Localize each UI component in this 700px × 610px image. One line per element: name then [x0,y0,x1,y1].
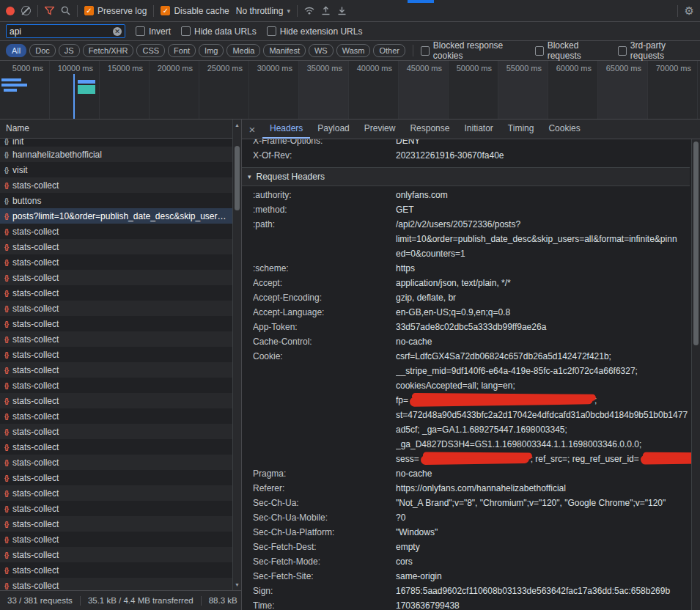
hide-data-urls-checkbox[interactable]: Hide data URLs [181,26,257,37]
export-har-icon[interactable] [337,6,347,15]
request-row[interactable]: {}stats-collect [0,316,232,331]
request-name: stats-collect [12,504,228,514]
request-name: posts?limit=10&order=publish_date_desc&s… [12,211,228,221]
tab-response[interactable]: Response [402,120,457,139]
search-icon[interactable] [61,6,70,15]
tab-timing[interactable]: Timing [501,120,542,139]
checkbox-box[interactable]: ✓ [161,6,170,15]
disable-cache-checkbox[interactable]: ✓Disable cache [161,6,229,16]
tab-cookies[interactable]: Cookies [541,120,587,139]
type-filter-fetch-xhr[interactable]: Fetch/XHR [83,44,134,57]
top-blue-strip [408,0,434,3]
filter-text-field[interactable] [10,26,110,37]
filter-input[interactable]: ✕ [6,24,125,38]
checkbox-blocked-requests[interactable]: Blocked requests [535,40,608,61]
waterfall-bar [1,78,21,81]
preserve-log-checkbox[interactable]: ✓Preserve log [84,6,147,16]
scrollbar-thumb[interactable] [693,142,699,345]
tab-preview[interactable]: Preview [357,120,403,139]
type-filter-media[interactable]: Media [226,44,260,57]
clear-filter-icon[interactable]: ✕ [113,27,122,36]
request-row[interactable]: {}stats-collect [0,501,232,516]
request-row[interactable]: {}stats-collect [0,485,232,501]
details-scrollbar[interactable] [691,139,700,610]
request-row[interactable]: {}stats-collect [0,177,232,193]
request-row[interactable]: {}stats-collect [0,224,232,239]
script-icon: {} [4,567,8,574]
tab-payload[interactable]: Payload [310,120,356,139]
request-row[interactable]: {}stats-collect [0,285,232,301]
import-har-icon[interactable] [321,6,331,15]
checkbox-blocked-response-cookies[interactable]: Blocked response cookies [421,40,525,61]
clear-button[interactable] [21,6,31,15]
filter-icon[interactable] [45,7,54,15]
request-row[interactable]: {}hannahelizabethofficial [0,147,232,162]
request-row[interactable]: {}stats-collect [0,470,232,485]
request-row[interactable]: {}stats-collect [0,424,232,439]
script-icon: {} [4,459,8,466]
checkbox-box[interactable] [267,26,276,36]
scroll-down-arrow-icon[interactable]: ▼ [233,582,241,587]
request-row[interactable]: {}stats-collect [0,301,232,316]
throttling-dropdown[interactable]: No throttling ▾ [236,6,290,16]
request-row[interactable]: {}buttons [0,193,232,208]
request-row[interactable]: {}stats-collect [0,270,232,285]
request-row[interactable]: {}stats-collect [0,532,232,547]
network-conditions-icon[interactable] [304,7,314,15]
type-filter-wasm[interactable]: Wasm [336,44,371,57]
request-row[interactable]: {}stats-collect [0,331,232,347]
headers-content: X-Frame-Options:DENYX-Of-Rev:20231226191… [242,139,700,610]
name-column-header[interactable]: Name [0,120,241,139]
scrollbar-thumb[interactable] [235,146,240,210]
request-headers-section[interactable]: ▾ Request Headers [242,167,690,186]
request-row[interactable]: {}stats-collect [0,378,232,393]
timeline-overview[interactable]: 5000 ms10000 ms15000 ms20000 ms25000 ms3… [0,61,700,120]
gear-icon[interactable]: ⚙ [685,4,694,18]
request-row[interactable]: {}stats-collect [0,562,232,578]
header-row: Sign:16785:5aad9602cf110608b03133de56364… [242,584,690,598]
tab-initiator[interactable]: Initiator [457,120,500,139]
checkbox-box[interactable] [421,46,430,56]
requests-scrollbar[interactable]: ▲ ▼ [232,120,241,590]
type-filter-manifest[interactable]: Manifest [263,44,306,57]
checkbox-box[interactable]: ✓ [84,6,94,15]
request-row[interactable]: {}stats-collect [0,393,232,408]
type-filter-doc[interactable]: Doc [29,44,56,57]
checkbox-box[interactable] [181,26,191,36]
checkbox-box[interactable] [535,46,544,56]
checkbox-box[interactable] [136,26,145,36]
request-row[interactable]: {}stats-collect [0,362,232,378]
type-filter-font[interactable]: Font [168,44,196,57]
tab-headers[interactable]: Headers [262,120,310,139]
request-row[interactable]: {}posts?limit=10&order=publish_date_desc… [0,208,232,224]
hide-extension-urls-checkbox[interactable]: Hide extension URLs [267,26,363,37]
type-filter-other[interactable]: Other [373,44,405,57]
request-row[interactable]: {}stats-collect [0,439,232,455]
request-row[interactable]: {}stats-collect [0,254,232,270]
header-name: Accept-Encoding: [253,290,396,305]
type-filter-ws[interactable]: WS [309,44,334,57]
type-filter-js[interactable]: JS [59,44,80,57]
request-name: stats-collect [12,519,228,529]
invert-checkbox[interactable]: Invert [136,26,171,37]
request-name: stats-collect [12,396,228,406]
request-details-panel: × HeadersPayloadPreviewResponseInitiator… [242,120,700,610]
request-row[interactable]: {}init [0,139,232,147]
request-row[interactable]: {}stats-collect [0,347,232,362]
checkbox-3rd-party-requests[interactable]: 3rd-party requests [618,40,694,61]
request-row[interactable]: {}stats-collect [0,578,232,590]
type-filter-img[interactable]: Img [199,44,224,57]
request-row[interactable]: {}stats-collect [0,408,232,424]
checkbox-box[interactable] [618,46,627,56]
request-row[interactable]: {}stats-collect [0,239,232,254]
request-row[interactable]: {}stats-collect [0,547,232,562]
close-icon[interactable]: × [242,123,262,136]
request-row[interactable]: {}visit [0,162,232,177]
type-filter-all[interactable]: All [6,44,26,57]
header-name: Sign: [253,584,396,598]
request-row[interactable]: {}stats-collect [0,455,232,470]
scroll-up-arrow-icon[interactable]: ▲ [233,122,241,128]
type-filter-css[interactable]: CSS [136,44,165,57]
request-row[interactable]: {}stats-collect [0,516,232,532]
record-button[interactable] [6,7,15,15]
